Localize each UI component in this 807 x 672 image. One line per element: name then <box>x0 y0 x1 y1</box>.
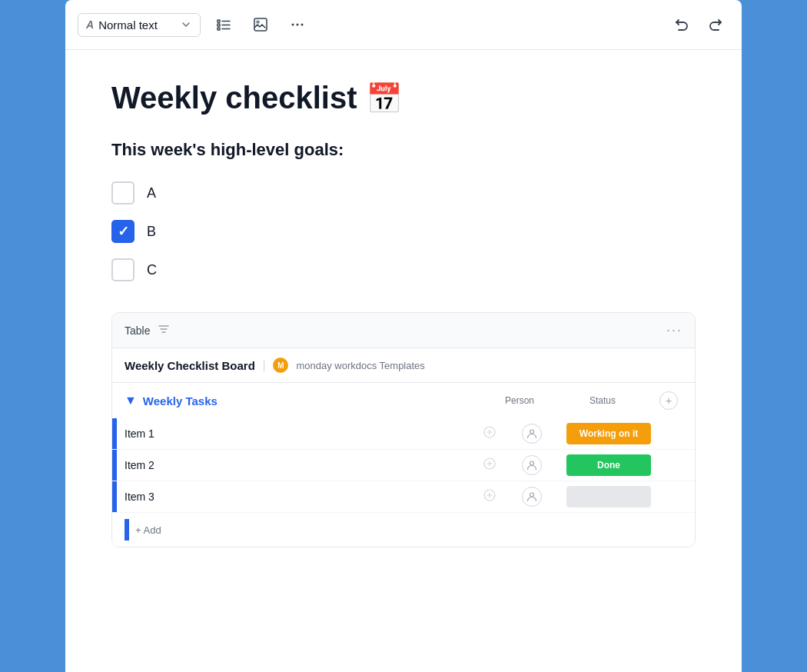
table-row: Item 3 <box>112 481 695 513</box>
group-chevron-icon[interactable]: ▼ <box>125 394 137 408</box>
group-name: Weekly Tasks <box>143 394 483 408</box>
task-status-2: Done <box>563 454 655 476</box>
status-badge-2: Done <box>566 454 651 476</box>
task-add-icon-1[interactable] <box>478 425 501 443</box>
board-body: ▼ Weekly Tasks Person Status + Item 1 <box>112 383 695 547</box>
svg-point-10 <box>301 24 304 26</box>
col-header-status: Status <box>556 391 649 411</box>
table-more-options-button[interactable]: ··· <box>666 322 682 338</box>
table-row: Item 2 Done <box>112 450 695 481</box>
filter-icon[interactable] <box>158 323 170 338</box>
board-header: Weekly Checklist Board | M monday workdo… <box>112 348 695 383</box>
svg-point-9 <box>297 24 299 26</box>
more-options-button[interactable] <box>284 11 311 38</box>
task-person-3[interactable] <box>501 487 563 507</box>
text-style-selector[interactable]: A Normal text <box>78 13 201 37</box>
undo-button[interactable] <box>668 11 696 38</box>
content-area: Weekly checklist 📅 This week's high-leve… <box>65 50 742 672</box>
task-name-2: Item 2 <box>125 453 478 477</box>
list-icon-button[interactable] <box>210 11 237 38</box>
table-row: Item 1 Working on it <box>112 418 695 450</box>
add-row-bar <box>125 519 129 541</box>
checklist-label-a: A <box>147 185 156 201</box>
checklist-item-c: C <box>111 258 696 281</box>
task-person-2[interactable] <box>501 455 563 475</box>
svg-point-14 <box>530 430 534 434</box>
avatar-2 <box>522 455 542 475</box>
table-embed: Table ··· Weekly Checklist Board | M mon… <box>111 312 696 547</box>
task-name-3: Item 3 <box>125 484 478 509</box>
text-style-label: Normal text <box>98 18 175 32</box>
status-badge-1: Working on it <box>566 423 651 444</box>
avatar-3 <box>522 487 542 507</box>
toolbar: A Normal text <box>65 0 742 50</box>
add-row-button[interactable]: + Add <box>112 513 695 547</box>
checklist: A B C <box>111 181 696 281</box>
checklist-label-c: C <box>147 262 157 278</box>
board-source: monday workdocs Templates <box>296 360 424 371</box>
app-container: A Normal text <box>0 0 807 672</box>
section-subtitle: This week's high-level goals: <box>111 140 696 160</box>
board-title: Weekly Checklist Board <box>125 359 255 372</box>
checklist-item-a: A <box>111 181 696 205</box>
svg-point-22 <box>530 493 534 497</box>
avatar-1 <box>522 424 542 444</box>
table-toolbar: Table ··· <box>112 313 695 348</box>
task-name-1: Item 1 <box>125 421 478 446</box>
calendar-emoji: 📅 <box>366 82 402 115</box>
task-add-icon-3[interactable] <box>478 488 501 506</box>
svg-rect-0 <box>218 20 220 22</box>
svg-point-8 <box>292 24 294 26</box>
font-icon: A <box>86 18 94 31</box>
redo-button[interactable] <box>702 11 729 38</box>
image-icon-button[interactable] <box>247 11 274 38</box>
svg-rect-2 <box>218 28 220 30</box>
chevron-down-icon <box>180 18 192 31</box>
add-column-button[interactable]: + <box>655 391 682 410</box>
page-title: Weekly checklist 📅 <box>111 81 696 115</box>
task-status-3 <box>563 486 655 507</box>
status-badge-3 <box>566 486 651 507</box>
task-add-icon-2[interactable] <box>478 457 501 474</box>
task-color-bar <box>112 418 117 449</box>
svg-rect-1 <box>218 24 220 26</box>
task-color-bar <box>112 481 117 512</box>
task-person-1[interactable] <box>501 424 563 444</box>
board-divider: | <box>263 359 266 371</box>
svg-point-18 <box>530 461 534 465</box>
checkbox-a[interactable] <box>111 181 134 205</box>
checkbox-c[interactable] <box>111 258 134 281</box>
col-header-person: Person <box>489 391 550 411</box>
task-status-1: Working on it <box>563 423 655 444</box>
checkbox-b[interactable] <box>111 220 134 243</box>
add-row-label: + Add <box>135 524 161 536</box>
group-header: ▼ Weekly Tasks Person Status + <box>112 383 695 418</box>
svg-rect-6 <box>254 18 267 31</box>
undo-redo-group <box>668 11 729 38</box>
checklist-item-b: B <box>111 220 696 243</box>
monday-logo: M <box>273 358 288 373</box>
table-label: Table <box>125 324 150 337</box>
task-color-bar <box>112 450 117 481</box>
checklist-label-b: B <box>147 224 156 240</box>
svg-point-7 <box>257 21 259 23</box>
